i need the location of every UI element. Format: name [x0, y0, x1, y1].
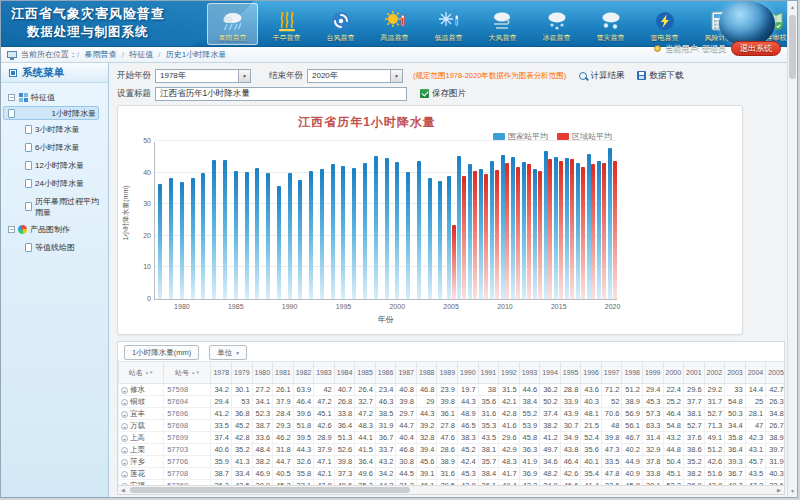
tree-toggle-icon[interactable]: −: [8, 94, 15, 101]
column-header-year[interactable]: 1980: [252, 362, 273, 384]
breadcrumb-item[interactable]: 特征值: [129, 50, 153, 59]
column-header-year[interactable]: 1987: [396, 362, 417, 384]
start-year-select[interactable]: 1978年 ▼: [155, 69, 251, 83]
toolbar-item-lightning[interactable]: 雷电普查: [639, 3, 690, 45]
tree-toggle-icon[interactable]: −: [8, 226, 15, 233]
download-button[interactable]: 数据下载: [637, 70, 683, 82]
column-header-year[interactable]: 1989: [437, 362, 458, 384]
calculate-button[interactable]: 计算结果: [579, 70, 624, 82]
column-header-year[interactable]: 2001: [684, 362, 705, 384]
toolbar-item-typhoon[interactable]: 台风普查: [315, 3, 366, 45]
horizontal-scrollbar[interactable]: ◀ ▶: [118, 485, 784, 494]
column-header-year[interactable]: 1998: [622, 362, 643, 384]
x-tick-label: 2015: [551, 303, 567, 310]
column-header-year[interactable]: 2004: [745, 362, 766, 384]
toolbar-item-snow[interactable]: 雪灾普查: [585, 3, 636, 45]
unit-dropdown[interactable]: 单位 ▾: [209, 345, 247, 360]
column-header-year[interactable]: 1981: [273, 362, 294, 384]
vertical-scrollbar[interactable]: ▲ ▼: [787, 1, 797, 497]
toolbar-item-low-temp[interactable]: 低温普查: [423, 3, 474, 45]
column-header-year[interactable]: 1982: [293, 362, 314, 384]
sidebar-item-3小时降水量[interactable]: 3小时降水量: [3, 120, 106, 138]
sidebar-item-1小时降水量[interactable]: 1小时降水量: [3, 106, 99, 120]
value-cell: 47.2: [355, 408, 376, 420]
end-year-select[interactable]: 2020年 ▼: [307, 69, 403, 83]
sidebar-item-等值线绘图[interactable]: 等值线绘图: [3, 238, 106, 256]
bar-national-1994: [331, 164, 335, 299]
column-header-year[interactable]: 2000: [663, 362, 684, 384]
column-header-year[interactable]: 1993: [519, 362, 540, 384]
column-header-year[interactable]: 1995: [560, 362, 581, 384]
breadcrumb-item[interactable]: 暴雨普查: [84, 50, 116, 59]
sidebar: 系统菜单 −特征值1小时降水量3小时降水量6小时降水量12小时降水量24小时降水…: [1, 63, 109, 497]
sort-icon[interactable]: ▲▼: [145, 370, 154, 375]
bar-national-1995: [341, 166, 345, 299]
bar-national-2004: [438, 181, 442, 299]
sidebar-item-历年暴雨过程平均雨量[interactable]: 历年暴雨过程平均雨量: [3, 192, 106, 221]
column-header-year[interactable]: 1992: [499, 362, 520, 384]
value-cell: 43.8: [560, 444, 581, 456]
column-header-year[interactable]: 2002: [704, 362, 725, 384]
column-header-year[interactable]: 1988: [416, 362, 437, 384]
scroll-right-arrow[interactable]: ▶: [774, 486, 784, 494]
expand-icon[interactable]: +: [121, 387, 128, 394]
save-image-button[interactable]: 保存图片: [420, 88, 466, 100]
value-cell: 39.5: [293, 432, 314, 444]
column-header-year[interactable]: 1991: [478, 362, 499, 384]
scroll-left-arrow[interactable]: ◀: [118, 486, 128, 494]
column-header-year[interactable]: 1999: [642, 362, 663, 384]
scroll-up-arrow[interactable]: ▲: [788, 1, 797, 13]
column-header-year[interactable]: 1997: [601, 362, 622, 384]
sidebar-group-产品图制作[interactable]: −产品图制作: [3, 221, 106, 238]
column-header-year[interactable]: 1994: [540, 362, 561, 384]
menu-icon: [9, 69, 17, 77]
column-header-station[interactable]: 站名▲▼: [119, 362, 164, 384]
column-header-year[interactable]: 2005: [766, 362, 785, 384]
vertical-scroll-thumb[interactable]: [789, 15, 796, 79]
column-header-year[interactable]: 1984: [334, 362, 355, 384]
expand-icon[interactable]: +: [121, 399, 128, 406]
horizontal-scroll-thumb[interactable]: [130, 487, 410, 493]
value-cell: 29.3: [273, 420, 294, 432]
toolbar-item-hail[interactable]: 冰雹普查: [531, 3, 582, 45]
sidebar-item-label: 历年暴雨过程平均雨量: [35, 196, 103, 218]
expand-icon[interactable]: +: [121, 471, 128, 478]
sidebar-item-6小时降水量[interactable]: 6小时降水量: [3, 138, 106, 156]
column-header-id[interactable]: 站号▲▼: [164, 362, 211, 384]
column-header-year[interactable]: 1985: [355, 362, 376, 384]
column-header-year[interactable]: 1978: [211, 362, 232, 384]
chart-title-input[interactable]: 江西省历年1小时降水量: [155, 87, 407, 101]
bar-national-2018: [587, 154, 591, 299]
scroll-down-arrow[interactable]: ▼: [788, 485, 797, 497]
bar-national-1987: [255, 168, 259, 299]
sidebar-item-12小时降水量[interactable]: 12小时降水量: [3, 156, 106, 174]
toolbar-item-drought[interactable]: 干旱普查: [261, 3, 312, 45]
breadcrumb-item[interactable]: 历史1小时降水量: [166, 50, 226, 59]
toolbar-item-high-temp[interactable]: 高温普查: [369, 3, 420, 45]
expand-icon[interactable]: +: [121, 411, 128, 418]
sort-icon[interactable]: ▲▼: [191, 370, 200, 375]
value-cell: 42.3: [745, 432, 766, 444]
value-cell: 46.7: [622, 432, 643, 444]
expand-icon[interactable]: +: [121, 459, 128, 466]
expand-icon[interactable]: +: [121, 435, 128, 442]
column-header-year[interactable]: 1983: [314, 362, 335, 384]
expand-icon[interactable]: +: [121, 423, 128, 430]
column-header-year[interactable]: 1990: [458, 362, 479, 384]
y-tick-label: 10: [143, 263, 151, 270]
column-header-year[interactable]: 1996: [581, 362, 602, 384]
value-cell: 42.4: [458, 456, 479, 468]
value-cell: 51.6: [704, 468, 725, 480]
column-header-year[interactable]: 2003: [725, 362, 746, 384]
value-cell: 45.6: [416, 456, 437, 468]
toolbar-item-rainstorm[interactable]: 暴雨普查: [207, 3, 258, 45]
toolbar-item-wind[interactable]: 大风普查: [477, 3, 528, 45]
column-header-year[interactable]: 1979: [232, 362, 253, 384]
column-header-year[interactable]: 1986: [375, 362, 396, 384]
sidebar-group-特征值[interactable]: −特征值: [3, 89, 106, 106]
expand-icon[interactable]: +: [121, 447, 128, 454]
gridline: [155, 140, 617, 141]
sidebar-item-24小时降水量[interactable]: 24小时降水量: [3, 174, 106, 192]
logout-button[interactable]: 退出系统: [731, 41, 781, 56]
value-cell: 33.7: [375, 444, 396, 456]
